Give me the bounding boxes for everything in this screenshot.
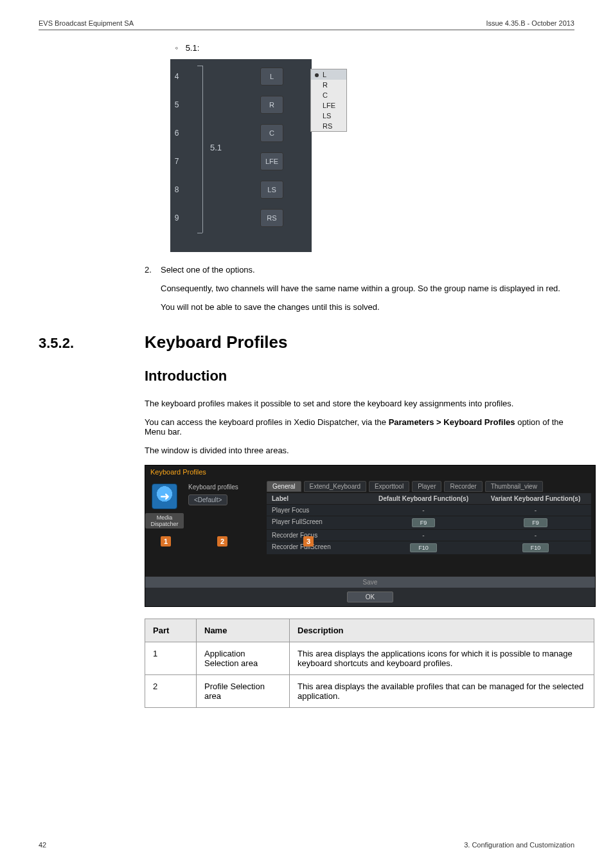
grid-row[interactable]: Recorder Focus - - xyxy=(267,529,591,541)
tab-exporttool[interactable]: Exporttool xyxy=(369,481,409,492)
selected-dot-icon xyxy=(315,73,319,77)
dropdown-option[interactable]: LS xyxy=(311,111,346,121)
dropdown-option[interactable]: R xyxy=(311,80,346,90)
th-name: Name xyxy=(197,619,290,642)
group-label: 5.1 xyxy=(210,143,222,152)
profile-selection-area[interactable]: Keyboard profiles <Default> xyxy=(184,478,263,576)
channel-chip[interactable]: L xyxy=(260,68,283,86)
ordered-step-2: 2. Select one of the options. Consequent… xyxy=(145,265,574,312)
step-paragraph: Consequently, two channels will have the… xyxy=(161,284,574,293)
step-number: 2. xyxy=(145,265,161,312)
step-text: Select one of the options. xyxy=(161,265,574,275)
header-left: EVS Broadcast Equipment SA xyxy=(39,19,134,27)
body-paragraph: The keyboard profiles makes it possible … xyxy=(145,399,574,408)
audio-channel-diagram: 5.1 4 L 5 R 6 C 7 LFE 8 LS 9 xyxy=(170,59,574,252)
tab-recorder[interactable]: Recorder xyxy=(444,481,482,492)
table-row: 1 Application Selection area This area d… xyxy=(145,642,594,675)
grid-row[interactable]: Recorder FullScreen F10 F10 xyxy=(267,541,591,554)
channel-chip[interactable]: C xyxy=(260,124,283,142)
keycap: F9 xyxy=(524,518,547,527)
area-marker-2: 2 xyxy=(217,536,227,547)
window-title: Keyboard Profiles xyxy=(145,466,595,478)
channel-dropdown[interactable]: L R C LFE LS RS xyxy=(310,69,347,132)
app-icon[interactable]: ➜ xyxy=(152,484,177,509)
profiles-list-title: Keyboard profiles xyxy=(188,484,259,491)
ok-button[interactable]: OK xyxy=(347,592,393,602)
keycap: F10 xyxy=(410,543,437,552)
grid-header-default: Default Keyboard Function(s) xyxy=(367,493,480,504)
dropdown-option[interactable]: L xyxy=(311,69,346,80)
bullet-marker: ◦ xyxy=(170,43,183,53)
grid-row[interactable]: Player FullScreen F9 F9 xyxy=(267,516,591,529)
keycap: F10 xyxy=(522,543,549,552)
body-paragraph: You can access the keyboard profiles in … xyxy=(145,417,574,437)
dropdown-option[interactable]: RS xyxy=(311,121,346,131)
bullet-label: 5.1: xyxy=(186,43,200,53)
table-row: 2 Profile Selection area This area displ… xyxy=(145,675,594,708)
keycap: F9 xyxy=(412,518,436,527)
app-selection-area[interactable]: ➜ Media Dispatcher xyxy=(145,478,184,576)
page-header: EVS Broadcast Equipment SA Issue 4.35.B … xyxy=(39,19,574,30)
app-icon-label: Media Dispatcher xyxy=(145,513,184,529)
row-num: 6 xyxy=(170,129,183,138)
page-footer: 42 3. Configuration and Customization xyxy=(39,841,574,849)
dropdown-option[interactable]: C xyxy=(311,90,346,100)
th-part: Part xyxy=(145,619,197,642)
tab-thumbnail-view[interactable]: Thumbnail_view xyxy=(485,481,543,492)
grid-header-label: Label xyxy=(267,493,367,504)
row-num: 7 xyxy=(170,157,183,166)
footer-section: 3. Configuration and Customization xyxy=(464,841,574,849)
section-number: 3.5.2. xyxy=(39,335,145,352)
page-number: 42 xyxy=(39,841,46,849)
row-num: 4 xyxy=(170,72,183,81)
grid-header-variant: Variant Keyboard Function(s) xyxy=(480,493,591,504)
channel-chip[interactable]: LS xyxy=(260,181,283,199)
description-table: Part Name Description 1 Application Sele… xyxy=(145,619,594,708)
row-num: 8 xyxy=(170,185,183,194)
dropdown-option[interactable]: LFE xyxy=(311,100,346,111)
section-title: Keyboard Profiles xyxy=(145,332,288,352)
channel-chip[interactable]: RS xyxy=(260,209,283,227)
channel-chip[interactable]: R xyxy=(260,96,283,114)
keyboard-profiles-window: Keyboard Profiles ➜ Media Dispatcher Key… xyxy=(145,465,596,607)
row-num: 9 xyxy=(170,213,183,222)
header-right: Issue 4.35.B - October 2013 xyxy=(486,19,574,27)
save-button[interactable]: Save xyxy=(145,576,595,588)
area-marker-3: 3 xyxy=(303,536,314,547)
th-desc: Description xyxy=(290,619,594,642)
tab-player[interactable]: Player xyxy=(412,481,441,492)
body-paragraph: The window is divided into three areas. xyxy=(145,446,574,455)
channel-chip[interactable]: LFE xyxy=(260,152,283,170)
subsection-title: Introduction xyxy=(145,368,574,384)
bullet-51: ◦ 5.1: xyxy=(170,43,574,53)
grid-row[interactable]: Player Focus - - xyxy=(267,504,591,516)
row-num: 5 xyxy=(170,100,183,109)
area-marker-1: 1 xyxy=(161,536,171,547)
tab-general[interactable]: General xyxy=(267,481,301,492)
step-paragraph: You will not be able to save the changes… xyxy=(161,302,574,312)
tab-extend-keyboard[interactable]: Extend_Keyboard xyxy=(304,481,367,492)
profile-item[interactable]: <Default> xyxy=(188,494,227,505)
function-tabs: General Extend_Keyboard Exporttool Playe… xyxy=(267,481,591,492)
